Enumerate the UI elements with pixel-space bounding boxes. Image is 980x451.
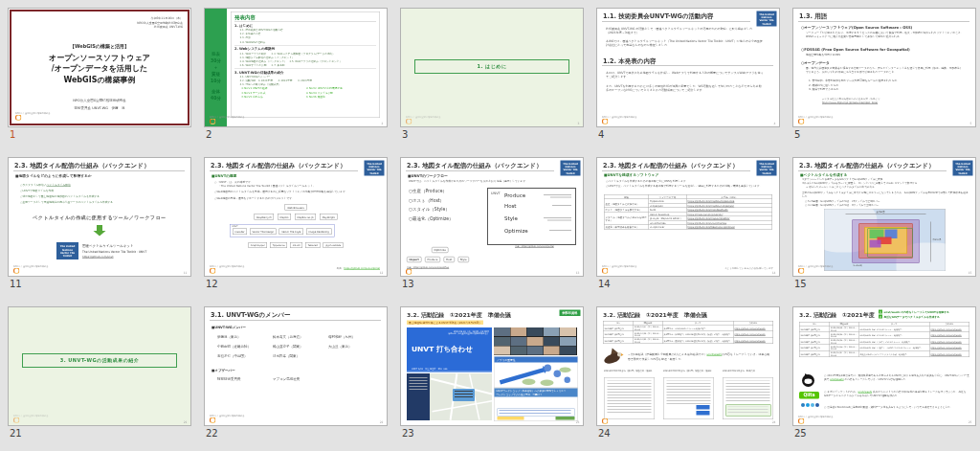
slide-thumbnail-14[interactable]: 2.3. 地図タイル配信の仕組み（バックエンド） The United Nati…: [596, 157, 780, 277]
slide-thumbnail-23[interactable]: 3.2. 活動記録 ①2021年度 準備会議 未配布資料 国土地理院 藤村課長に…: [400, 306, 584, 426]
member-row: 伊藤淳（東北） 鈴木貴文（北海道） 増村和好（九州）: [217, 334, 384, 339]
body-text-smear: [498, 400, 574, 407]
slide-thumbnail-2[interactable]: 発表 30分 ＋ 質疑 10分 全体 40分 発表内容 1. はじめに 1.1.…: [204, 8, 388, 127]
slide-thumbnail-25[interactable]: 3.2. 活動記録 ①2021年度 ① unvt/washi の内容をトレースし…: [792, 306, 976, 426]
slide-23-activity-2021: 3.2. 活動記録 ①2021年度 準備会議 未配布資料 国土地理院 藤村課長に…: [401, 307, 583, 425]
header-rule: [406, 170, 554, 171]
slide-14-software: 2.3. 地図タイル配信の仕組み（バックエンド） The United Nati…: [597, 158, 779, 276]
body-line: ○UNVTでは、ベクトルタイルを作成する各工程で利用するツールを選定し、簡単に利…: [606, 184, 771, 188]
org-logo-text: NPO法人 全国G空間情報技術研究会: [13, 415, 49, 417]
circle-node: [565, 377, 571, 384]
slide-header: 2.3. 地図タイル配信の仕組み（バックエンド）: [603, 162, 738, 170]
diagram-box: Mapbox GL JS: [295, 214, 316, 220]
panel-annotation: [544, 194, 571, 195]
section-title-box: 1. はじめに: [414, 59, 569, 74]
slide-number-24: 24: [598, 428, 780, 440]
slide-page-number: 22: [380, 420, 384, 424]
workflow-caption: ベクトルタイルの作成に使用するツール／ワークフロー: [9, 214, 190, 221]
slide-thumbnail-13[interactable]: 2.3. 地図タイル配信の仕組み（バックエンド） The United Nati…: [400, 157, 584, 277]
slide-12-unvt-overview: 2.3. 地図タイル配信の仕組み（バックエンド） The United Nati…: [205, 158, 387, 276]
slide-page-number: 25: [969, 420, 972, 424]
member-row: 小西由明（近畿北陸） 船山亜沙子（関東） 大山豊（東北）: [217, 344, 384, 349]
title-org: NPO法人全国G空間情報技術研究会: [9, 98, 190, 102]
slide-page-number: 3: [578, 122, 580, 125]
slide-thumbnail-21[interactable]: 3. UNVT-WGの活動成果の紹介 NPO法人 全国G空間情報技術研究会 21: [8, 306, 191, 426]
result-item: ⑤ No.V5 利用方法: [241, 95, 306, 99]
meeting-subtitle: 国土地理院 藤村課長によるUNVT説明会（2021年6月23日）: [407, 321, 483, 326]
slide-number-1: 1: [10, 129, 191, 142]
body-paragraph: 全県のGeoJSONファイルをベクトルタイルに出力する際にはエラーになってしまう…: [802, 192, 969, 199]
title-kicker: 【WebGISの構築と活用】: [9, 43, 190, 50]
org-logo-arc-icon: [406, 119, 412, 125]
slide-cell-21: 3. UNVT-WGの活動成果の紹介 NPO法人 全国G空間情報技術研究会 21…: [8, 306, 191, 440]
slide-thumbnail-12[interactable]: 2.3. 地図タイル配信の仕組み（バックエンド） The United Nati…: [204, 157, 388, 277]
member-name: 大山豊（東北）: [328, 344, 384, 349]
member-name: [328, 353, 384, 358]
slide-thumbnail-24[interactable]: 3.2. 活動記録 ①2021年度 準備会議 No 開催日時 テーマ 資料URL…: [596, 306, 780, 426]
osgeo-dot: [801, 403, 805, 407]
panel-annotation: [547, 220, 571, 221]
undistributed-badge: 未配布資料: [559, 310, 580, 317]
org-logo-text: NPO法人 全国G空間情報技術研究会: [798, 265, 834, 268]
link-cell: https://github.com/ibesora/vt-optimizer: [686, 225, 772, 230]
diagram-row-2: Raspberry Pi Mapnik Mapbox GL JS PlayWri…: [205, 214, 387, 220]
item-text: ○ラスタタイル配信／: [20, 184, 47, 187]
diagram-box: Vector Tile Style: [279, 229, 303, 236]
participant-tile: [544, 347, 560, 355]
slide-cell-15: 2.3. 地図タイル配信の仕組み（バックエンド） The United Nati…: [792, 157, 976, 291]
qiita-logo: Qiita: [799, 392, 819, 399]
slide-24-meeting-records: 3.2. 活動記録 ①2021年度 準備会議 No 開催日時 テーマ 資料URL…: [597, 307, 779, 425]
slide-thumbnail-5[interactable]: 1.3. 用語 ○オープンソースソフトウェア(Open Source Softw…: [792, 8, 976, 127]
diagram-box: Vector Tile Design: [250, 229, 277, 236]
term-heading: ○FOSS4G (Free Open Source Software for G…: [801, 47, 910, 52]
tile-map-figure: 全域範囲 市町村界 5×5分割: [824, 209, 946, 271]
summary-paragraph: ～第1回会議（伊藤委員と小西委員の2人による最初会議では）unvt/washiの…: [628, 352, 771, 361]
title-author: 技術委員会 UNVT-WG 伊藤 淳: [9, 105, 190, 110]
osgeo-logo-icon: [801, 403, 819, 407]
divider: [234, 68, 376, 69]
card-footer: UNVT 6/23 国土地理院 藤村 英範: [412, 368, 447, 371]
flow-box: Style: [457, 257, 469, 262]
side-line: 40分: [205, 95, 227, 101]
member-name: 伊藤淳（東北）: [217, 334, 273, 339]
badge-line: Toolkit: [561, 171, 581, 174]
participant-tile: [560, 347, 576, 355]
diagram-box: Mapnik: [278, 214, 291, 220]
cell: 2021年度 第3回会議: [603, 337, 634, 344]
slide-page-number: 15: [969, 271, 972, 275]
slide-thumbnail-11[interactable]: 2.3. 地図タイル配信の仕組み（バックエンド） ■地図タイルをどのように作成し…: [8, 157, 191, 277]
slide-page-number: 23: [576, 420, 580, 424]
doc-note-smear: [728, 407, 768, 415]
agenda-body: 発表内容 1. はじめに 1.1. 技術委員会UNVT-WGの活動内容 1.2.…: [231, 11, 380, 118]
meetings-table: No 開催日時 テーマ 資料URL 2021年度 第1回会議2021/07/07…: [603, 321, 773, 344]
slide-cell-3: 1. はじめに NPO法人 全国G空間情報技術研究会 3 3: [400, 8, 584, 142]
participant-tile: [510, 337, 526, 346]
list-item: ○主題データとして用途地域等の都市計画データのベクトルタイルも作成する: [20, 200, 113, 204]
org-logo-arc-icon: [602, 119, 609, 125]
note-box: [498, 409, 575, 417]
card-meta-place: @Zoom（at 全国G空間情報技術研究会）: [448, 332, 489, 335]
grid-outline-green: [868, 229, 913, 258]
source-link: 出典：https://github.com/unvt/workflow: [407, 266, 449, 269]
org-logo-text: NPO法人 全国G空間情報技術研究会: [210, 415, 245, 417]
header-rule: [210, 320, 381, 321]
slide-thumbnail-15[interactable]: 2.3. 地図タイル配信の仕組み（バックエンド） The United Nati…: [792, 157, 976, 277]
slide-thumbnail-3[interactable]: 1. はじめに NPO法人 全国G空間情報技術研究会 3: [400, 8, 584, 127]
body-line: ○Web地図の整備・運用をサポートするためのプロジェクトです。: [214, 196, 377, 200]
slide-22-members: 3.1. UNVT-WGのメンバー ■UNVT-WGメンバー 伊藤淳（東北） 鈴…: [205, 307, 387, 425]
participant-tile: [544, 327, 560, 336]
doc-caption: 2021年07月21日会議 配布資料: [723, 370, 774, 372]
slide-thumbnail-4[interactable]: 1.1. 技術委員会UNVT-WGの活動内容 The United Nation…: [596, 8, 780, 127]
software-table: 用途 ソフトウェア名 入手先（URL） 生産（地図タイルに変換する）Tippec…: [604, 194, 772, 230]
slide-page-number: 13: [576, 271, 580, 275]
slide-thumbnail-1[interactable]: 令和5年11月16日（木） NPO法人全国G空間情報技術研究会 技術委員会 UN…: [8, 8, 191, 127]
cell: 2021/07/21（水）18:00～19:00: [634, 337, 663, 344]
annotation-line: [846, 214, 926, 215]
doc-button: [697, 411, 710, 416]
table-note: ※よく利用しているもののみ抜粋しています: [725, 266, 773, 270]
workflow-list: ○生産（Produce） ○ホスト（Host） ○スタイル（Style） ○最適…: [409, 187, 454, 223]
slide-cell-11: 2.3. 地図タイル配信の仕組み（バックエンド） ■地図タイルをどのように作成し…: [8, 157, 191, 291]
flow-box: Import: [407, 257, 421, 262]
header-rule: [602, 66, 773, 67]
slide-thumbnail-22[interactable]: 3.1. UNVT-WGのメンバー ■UNVT-WGメンバー 伊藤淳（東北） 鈴…: [204, 306, 388, 426]
